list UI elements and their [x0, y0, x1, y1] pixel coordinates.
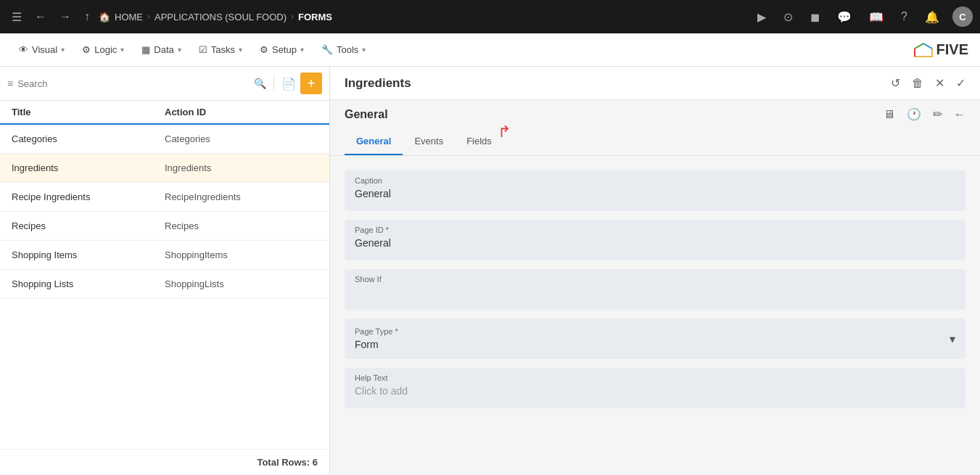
- breadcrumb: 🏠 HOME › APPLICATIONS (SOUL FOOD) › FORM…: [99, 12, 332, 22]
- chevron-down-icon: ▾: [120, 46, 124, 54]
- arrow-indicator-icon: ↱: [498, 123, 511, 141]
- nav-tasks[interactable]: ☑ Tasks ▾: [192, 40, 250, 59]
- nav-visual[interactable]: 👁 Visual ▾: [12, 40, 72, 59]
- book-icon[interactable]: 📖: [865, 7, 888, 27]
- row-action: Categories: [165, 133, 318, 144]
- breadcrumb-app[interactable]: APPLICATIONS (SOUL FOOD): [155, 12, 287, 22]
- second-navigation: 👁 Visual ▾ ⚙ Logic ▾ ▦ Data ▾ ☑ Tasks ▾ …: [0, 33, 980, 67]
- filter-icon[interactable]: ≡: [7, 78, 13, 89]
- chevron-down-icon: ▾: [300, 46, 304, 54]
- confirm-icon[interactable]: ✓: [956, 76, 965, 90]
- nav-data[interactable]: ▦ Data ▾: [134, 40, 188, 59]
- breadcrumb-forms[interactable]: FORMS: [298, 12, 332, 22]
- back-arrow-icon[interactable]: ←: [954, 108, 965, 121]
- show-if-field[interactable]: Show If: [345, 269, 965, 310]
- up-icon[interactable]: ↑: [80, 7, 94, 26]
- row-action: ShoppingItems: [165, 249, 318, 260]
- svg-line-2: [923, 44, 932, 49]
- table-row[interactable]: Categories Categories: [0, 125, 329, 154]
- search-bar: ≡ 🔍 📄 +: [0, 67, 329, 101]
- close-icon[interactable]: ✕: [935, 76, 944, 90]
- table-footer: Total Rows: 6: [0, 449, 329, 475]
- tab-fields[interactable]: Fields ↱: [455, 128, 503, 155]
- tab-events[interactable]: Events: [403, 128, 455, 155]
- column-title-header: Title: [12, 107, 165, 117]
- right-panel: Ingredients ↺ 🗑 ✕ ✓ General 🖥 🕐 ✏ ← Gene…: [330, 67, 980, 475]
- document-icon[interactable]: 📄: [281, 77, 296, 91]
- add-button[interactable]: +: [300, 73, 322, 94]
- table-header: Title Action ID: [0, 101, 329, 125]
- back-icon[interactable]: ←: [30, 7, 51, 26]
- page-type-value: Form: [355, 339, 950, 350]
- caption-label: Caption: [355, 176, 955, 185]
- tab-general[interactable]: General: [345, 128, 403, 155]
- help-icon[interactable]: ?: [897, 7, 912, 26]
- table-row[interactable]: Shopping Lists ShoppingLists: [0, 270, 329, 299]
- search-input[interactable]: [17, 78, 250, 89]
- user-avatar[interactable]: C: [952, 7, 973, 27]
- table-row[interactable]: Recipes Recipes: [0, 212, 329, 241]
- svg-line-1: [915, 44, 923, 49]
- row-action: ShoppingLists: [165, 278, 318, 289]
- edit-icon[interactable]: ✏: [933, 107, 942, 121]
- forward-icon[interactable]: →: [55, 7, 75, 26]
- row-title: Recipe Ingredients: [12, 191, 165, 202]
- form-content: Caption General Page ID * General Show I…: [330, 156, 980, 475]
- row-action: RecipeIngredients: [165, 191, 318, 202]
- logic-icon: ⚙: [82, 44, 91, 55]
- column-action-header: Action ID: [165, 107, 318, 117]
- media-icon[interactable]: ⊙: [779, 7, 797, 27]
- revert-icon[interactable]: ↺: [891, 76, 900, 90]
- table-row[interactable]: Shopping Items ShoppingItems: [0, 241, 329, 270]
- clock-icon[interactable]: 🕐: [907, 107, 921, 121]
- help-text-label: Help Text: [355, 373, 955, 382]
- page-type-label: Page Type *: [355, 327, 950, 336]
- right-header-icons: ↺ 🗑 ✕ ✓: [891, 76, 965, 90]
- menu-icon[interactable]: ☰: [7, 7, 26, 27]
- chat-icon[interactable]: 💬: [833, 7, 856, 27]
- row-title: Ingredients: [12, 162, 165, 173]
- right-subtitle: General: [345, 108, 388, 121]
- page-type-field[interactable]: Page Type * Form ▾: [345, 318, 965, 359]
- tools-icon: 🔧: [321, 44, 333, 55]
- page-id-field[interactable]: Page ID * General: [345, 220, 965, 260]
- nav-setup[interactable]: ⚙ Setup ▾: [252, 40, 311, 59]
- help-text-field[interactable]: Help Text Click to add: [345, 368, 965, 408]
- row-action: Ingredients: [165, 162, 318, 173]
- right-panel-title: Ingredients: [345, 76, 891, 91]
- show-if-label: Show If: [355, 275, 955, 284]
- divider: [273, 76, 274, 91]
- caption-field[interactable]: Caption General: [345, 170, 965, 211]
- delete-icon[interactable]: 🗑: [912, 77, 923, 90]
- breadcrumb-home[interactable]: HOME: [115, 12, 143, 22]
- breadcrumb-sep2: ›: [291, 12, 294, 22]
- bell-icon[interactable]: 🔔: [921, 7, 944, 27]
- search-icon[interactable]: 🔍: [254, 78, 266, 89]
- chevron-down-icon: ▾: [362, 46, 366, 54]
- play-icon[interactable]: ▶: [753, 7, 770, 27]
- page-type-content: Page Type * Form: [355, 327, 950, 350]
- table-row[interactable]: Recipe Ingredients RecipeIngredients: [0, 183, 329, 212]
- table-row[interactable]: Ingredients Ingredients: [0, 154, 329, 183]
- page-id-value: General: [355, 237, 955, 249]
- row-title: Recipes: [12, 220, 165, 231]
- total-rows-label: Total Rows: 6: [257, 457, 318, 468]
- nav-logic[interactable]: ⚙ Logic ▾: [75, 40, 131, 59]
- monitor-icon[interactable]: 🖥: [884, 108, 895, 121]
- right-subheader: General 🖥 🕐 ✏ ←: [330, 100, 980, 128]
- home-icon: 🏠: [99, 12, 110, 22]
- row-title: Shopping Items: [12, 249, 165, 260]
- nav-tools[interactable]: 🔧 Tools ▾: [314, 40, 373, 59]
- top-nav-right: ▶ ⊙ ◼ 💬 📖 ? 🔔 C: [753, 7, 973, 27]
- right-subheader-icons: 🖥 🕐 ✏ ←: [884, 107, 965, 121]
- row-action: Recipes: [165, 220, 318, 231]
- five-logo-icon: [913, 42, 934, 58]
- caption-value: General: [355, 188, 955, 199]
- chevron-down-icon: ▾: [950, 332, 955, 346]
- data-icon: ▦: [141, 44, 150, 55]
- stop-icon[interactable]: ◼: [806, 7, 824, 27]
- tasks-icon: ☑: [199, 44, 207, 55]
- help-text-placeholder: Click to add: [355, 385, 955, 397]
- row-title: Categories: [12, 133, 165, 144]
- five-logo: FIVE: [913, 41, 968, 58]
